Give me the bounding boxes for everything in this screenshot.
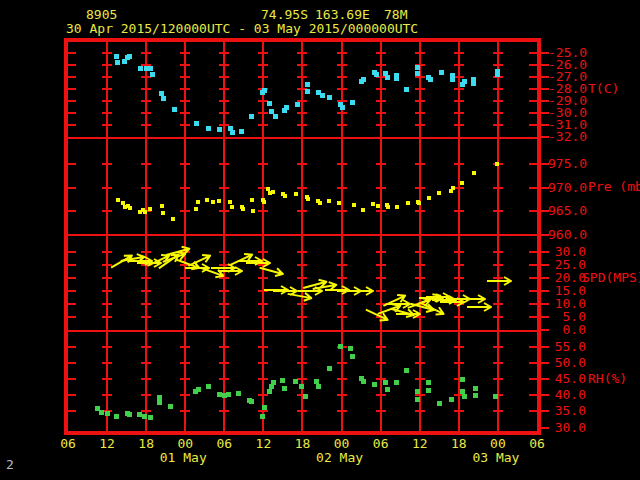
pressure-point: [143, 210, 147, 214]
grid-tick: [102, 378, 112, 380]
grid-tick: [529, 316, 537, 318]
humidity-point: [460, 377, 465, 382]
grid-tick: [376, 410, 386, 412]
grid-tick: [141, 410, 151, 412]
grid-tick: [68, 316, 76, 318]
grid-tick: [337, 210, 347, 212]
temperature-point: [428, 77, 433, 82]
grid-tick: [454, 163, 464, 165]
grid-tick: [102, 277, 112, 279]
grid-tick: [337, 362, 347, 364]
pressure-point: [406, 201, 410, 205]
grid-tick: [337, 52, 347, 54]
x-hour-label: 06: [212, 437, 236, 451]
grid-tick: [258, 163, 268, 165]
temperature-point: [267, 101, 272, 106]
pressure-point: [306, 197, 310, 201]
pressure-point: [271, 190, 275, 194]
grid-tick: [376, 187, 386, 189]
grid-tick: [493, 52, 503, 54]
grid-tick: [376, 346, 386, 348]
grid-tick: [529, 251, 537, 253]
grid-tick: [219, 346, 229, 348]
humidity-point: [314, 379, 319, 384]
grid-tick: [297, 64, 307, 66]
x-hour-label: 18: [447, 437, 471, 451]
grid-tick: [180, 378, 190, 380]
grid-tick: [219, 76, 229, 78]
grid-tick: [454, 210, 464, 212]
temperature-point: [327, 95, 332, 100]
grid-tick: [454, 64, 464, 66]
temperature-point: [115, 60, 120, 65]
grid-tick: [454, 362, 464, 364]
grid-tick: [297, 346, 307, 348]
humidity-point: [372, 382, 377, 387]
grid-tick: [337, 378, 347, 380]
panel-unit-label: RH(%): [588, 372, 627, 386]
grid-tick: [297, 378, 307, 380]
grid-tick: [68, 251, 76, 253]
grid-tick: [415, 346, 425, 348]
grid-tick: [415, 210, 425, 212]
y-tick-label: 50.0: [548, 356, 586, 370]
grid-tick: [68, 264, 76, 266]
humidity-point: [142, 414, 147, 419]
grid-tick: [529, 290, 537, 292]
grid-tick: [180, 52, 190, 54]
temperature-point: [305, 89, 310, 94]
grid-tick: [180, 303, 190, 305]
humidity-point: [493, 394, 498, 399]
pressure-point: [318, 201, 322, 205]
grid-tick: [297, 76, 307, 78]
humidity-point: [394, 380, 399, 385]
grid-tick: [529, 264, 537, 266]
pressure-point: [148, 207, 152, 211]
temperature-point: [374, 72, 379, 77]
grid-tick: [219, 251, 229, 253]
grid-tick: [141, 88, 151, 90]
grid-tick: [141, 163, 151, 165]
grid-tick: [102, 362, 112, 364]
meteogram-screen: 8905 74.95S 163.69E 78M 30 Apr 2015/1200…: [0, 0, 640, 480]
grid-tick: [493, 316, 503, 318]
temperature-point: [305, 82, 310, 87]
grid-tick: [180, 163, 190, 165]
grid-tick: [493, 64, 503, 66]
grid-tick: [102, 210, 112, 212]
x-date-label: 02 May: [310, 451, 370, 465]
grid-tick: [493, 124, 503, 126]
grid-tick: [68, 362, 76, 364]
grid-tick: [258, 303, 268, 305]
grid-tick: [376, 290, 386, 292]
grid-tick: [219, 112, 229, 114]
temperature-point: [320, 93, 325, 98]
grid-tick: [180, 316, 190, 318]
wind-arrow: [486, 272, 512, 284]
x-hour-label: 18: [290, 437, 314, 451]
pressure-point: [437, 191, 441, 195]
pressure-point: [371, 202, 375, 206]
pressure-point: [205, 198, 209, 202]
grid-tick: [376, 112, 386, 114]
grid-tick: [493, 187, 503, 189]
temperature-point: [161, 96, 166, 101]
temperature-point: [450, 77, 455, 82]
temperature-point: [350, 100, 355, 105]
grid-tick: [102, 64, 112, 66]
temperature-point: [262, 88, 267, 93]
grid-tick: [337, 163, 347, 165]
grid-tick: [141, 290, 151, 292]
grid-tick: [297, 316, 307, 318]
y-tick-label: 975.0: [548, 157, 586, 171]
grid-tick: [415, 251, 425, 253]
humidity-point: [383, 380, 388, 385]
x-hour-label: 12: [95, 437, 119, 451]
temperature-point: [150, 72, 155, 77]
pressure-point: [376, 204, 380, 208]
grid-tick: [297, 264, 307, 266]
pressure-point: [211, 200, 215, 204]
grid-tick: [415, 410, 425, 412]
grid-tick: [102, 303, 112, 305]
grid-tick: [454, 52, 464, 54]
